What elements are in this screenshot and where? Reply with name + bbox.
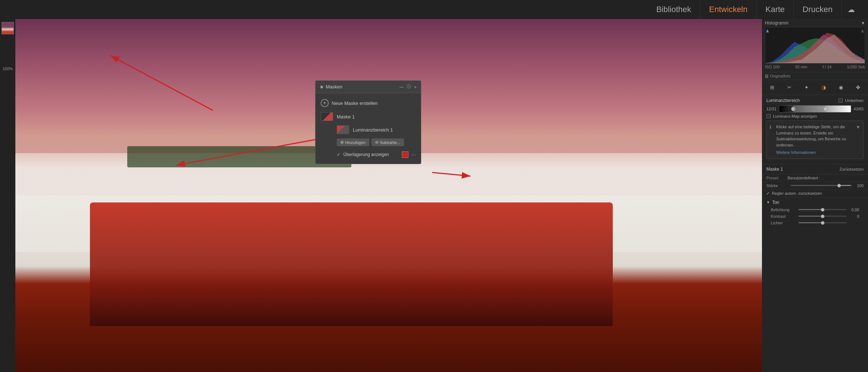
info-box: ℹ ▼ Klicke auf eine beliebige Stelle, um… (766, 121, 864, 159)
info-collapse-btn[interactable]: ▼ (856, 124, 860, 130)
luminance-toggle-area: Umkehren (838, 98, 864, 103)
luminance-header: Luminanzbereich Umkehren (766, 98, 864, 103)
nav-bibliothek-label: Bibliothek (656, 5, 691, 14)
masks-minimize-icon[interactable]: — (399, 84, 404, 90)
right-panel: Histogramm ▼ (762, 19, 868, 372)
masks-panel: ◉ Masken — ⓘ » + Neue Maske erstellen (315, 80, 421, 164)
strength-row: Stärke 100 (762, 182, 868, 190)
auto-reset-row: ✓ Regler autom. zurücksetzen (762, 190, 868, 198)
lichter-row: Lichter (766, 220, 864, 226)
subtrahieren-button[interactable]: ⊖ Subtrahie... (371, 138, 404, 146)
belichtung-row: Belichtung 0,00 (766, 206, 864, 213)
svg-marker-7 (861, 29, 864, 33)
overlay-label: Überlagerung anzeigen (343, 152, 399, 157)
kontrast-fill (799, 216, 823, 217)
hinzufuegen-button[interactable]: ⊕ Hinzufügen (337, 138, 369, 146)
lichter-thumb[interactable] (821, 221, 824, 225)
preset-value[interactable]: Benutzerdefiniert : (788, 176, 864, 180)
masks-panel-title-area: ◉ Masken (320, 84, 343, 90)
plus-circle-icon: + (321, 99, 329, 107)
ton-collapse-icon[interactable]: ▼ (766, 200, 770, 204)
histogram-title: Histogramm (765, 20, 789, 26)
photo-canvas[interactable]: ◉ Masken — ⓘ » + Neue Maske erstellen (15, 19, 762, 372)
masks-panel-title-text: Masken (326, 84, 343, 90)
info-icon: ℹ (770, 124, 771, 130)
transform-tool-icon[interactable]: ⊞ (767, 82, 777, 92)
lum-value-right: 43/65 (853, 107, 864, 111)
overlay-color-swatch[interactable] (402, 151, 408, 158)
photo-icon: 🖼 (765, 74, 769, 78)
strength-slider[interactable] (790, 185, 851, 186)
zoom-level: 100% (3, 67, 13, 71)
nav-karte[interactable]: Karte (756, 0, 794, 19)
histogram-dropdown-icon[interactable]: ▼ (861, 21, 865, 25)
strength-thumb[interactable] (837, 184, 841, 187)
histogram-meta: ISO 100 30 mm f / 14 1/250 Sek (765, 65, 865, 69)
auto-reset-checkmark: ✓ (766, 191, 770, 196)
overlay-more-icon[interactable]: ··· (411, 152, 416, 157)
heal-tool-icon[interactable]: ✦ (801, 82, 812, 92)
original-photo-section: 🖼 Originalfoto (762, 72, 868, 80)
strength-label: Stärke (766, 183, 788, 188)
luminance-slider-track[interactable] (779, 105, 851, 113)
lichter-label: Lichter (771, 221, 796, 225)
lichter-slider[interactable] (799, 222, 847, 223)
histogram-section: Histogramm ▼ (762, 19, 868, 72)
masks-panel-body: + Neue Maske erstellen Maske 1 Luminanzb… (316, 93, 421, 164)
lum-map-label: Luminanz-Map anzeigen (773, 114, 817, 118)
kontrast-label: Kontrast (771, 214, 796, 219)
overlay-row: ✓ Überlagerung anzeigen ··· (332, 149, 421, 161)
mask1-panel-header: Maske 1 Zurücksetzen (762, 164, 868, 174)
histogram-iso: ISO 100 (765, 65, 780, 69)
masks-panel-actions: — ⓘ » (399, 84, 416, 90)
reset-button[interactable]: Zurücksetzen (839, 167, 864, 171)
original-photo-label-text: Originalfoto (770, 74, 790, 78)
belichtung-slider[interactable] (799, 209, 847, 210)
nav-entwickeln-label: Entwickeln (709, 5, 747, 14)
eye-tool-icon[interactable]: ◉ (836, 82, 846, 92)
overlay-checkmark: ✓ (337, 152, 340, 157)
luminance-slider-row: 12/31 43/65 (766, 105, 864, 113)
cloud-icon[interactable]: ☁ (842, 5, 861, 14)
masks-info-icon[interactable]: ⓘ (407, 84, 411, 90)
settings-tool-icon[interactable]: ✤ (853, 82, 863, 92)
mask-tool-icon[interactable]: ◑ (819, 82, 829, 92)
mask1-label: Maske 1 (337, 114, 416, 119)
create-mask-label: Neue Maske erstellen (332, 100, 378, 106)
nav-karte-label: Karte (765, 5, 785, 14)
kontrast-thumb[interactable] (821, 215, 824, 218)
lum-handle-right[interactable] (823, 107, 828, 111)
strength-value: 100 (853, 183, 864, 188)
subtract-btn-label: Subtrahie... (380, 140, 400, 145)
mask1-thumbnail (321, 112, 333, 121)
tool-icons-row: ⊞ ✂ ✦ ◑ ◉ ✤ (762, 80, 868, 95)
masks-expand-icon[interactable]: » (414, 84, 416, 90)
histogram-aperture: f / 14 (823, 65, 831, 69)
crop-tool-icon[interactable]: ✂ (784, 82, 795, 92)
more-info-link[interactable]: Weitere Informationen (776, 149, 860, 156)
invert-label: Umkehren (845, 98, 864, 103)
belichtung-thumb[interactable] (821, 208, 824, 212)
minus-icon: ⊖ (375, 140, 378, 145)
belichtung-value: 0,00 (849, 208, 859, 212)
kontrast-slider[interactable] (799, 216, 847, 217)
nav-drucken[interactable]: Drucken (794, 0, 842, 19)
histogram-canvas (765, 27, 865, 64)
nav-bibliothek[interactable]: Bibliothek (648, 0, 700, 19)
left-filmstrip: 100% (0, 19, 15, 372)
filmstrip-thumbnail[interactable] (1, 22, 14, 34)
lum-map-checkbox[interactable] (766, 114, 771, 118)
svg-marker-6 (766, 29, 769, 33)
belichtung-label: Belichtung (771, 208, 796, 212)
masks-panel-header: ◉ Masken — ⓘ » (316, 81, 421, 93)
mask1-item[interactable]: Maske 1 (316, 110, 421, 123)
luminanzbereich-item[interactable]: Luminanzbereich 1 (332, 123, 421, 136)
create-mask-button[interactable]: + Neue Maske erstellen (316, 96, 421, 110)
preset-label: Preset: (766, 176, 785, 180)
invert-checkbox[interactable] (838, 98, 843, 103)
lum-thumbnail (337, 125, 349, 134)
luminance-section: Luminanzbereich Umkehren 12/31 43/65 (762, 95, 868, 164)
add-btn-label: Hinzufügen (345, 140, 366, 145)
lum-value-left: 12/31 (766, 107, 777, 111)
nav-entwickeln[interactable]: Entwickeln (700, 0, 756, 19)
